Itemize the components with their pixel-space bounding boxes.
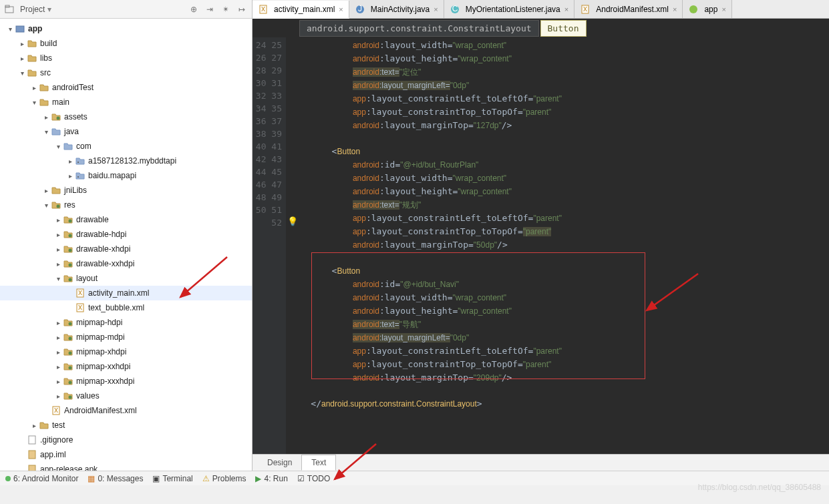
todo-icon: ☑ — [297, 474, 305, 483]
chevron-right-icon[interactable]: ▸ — [53, 363, 63, 370]
terminal-icon: ▣ — [152, 474, 160, 483]
afolder-icon — [63, 229, 73, 240]
xml-icon: x — [580, 4, 591, 15]
tree-item-a1587128132-mybddtapi[interactable]: ▸a1587128132.mybddtapi — [0, 154, 252, 168]
tree-item-app-iml[interactable]: ·app.iml — [0, 447, 252, 462]
xml-icon: x — [258, 4, 269, 15]
chevron-right-icon[interactable]: ▸ — [17, 55, 27, 62]
code-content[interactable]: android:layout_width="wrap_content" andr… — [286, 37, 829, 454]
chevron-down-icon[interactable]: ▾ — [5, 25, 15, 33]
tree-item-drawable-hdpi[interactable]: ▸drawable-hdpi — [0, 227, 252, 242]
terminal-tool[interactable]: ▣Terminal — [152, 474, 192, 483]
tree-item-assets[interactable]: ▸assets — [0, 109, 252, 124]
dropdown-icon[interactable]: ▾ — [47, 5, 51, 14]
chevron-down-icon[interactable]: ▾ — [41, 128, 51, 136]
tree-label: app-release.apk — [40, 465, 98, 471]
tree-item-mipmap-xxhdpi[interactable]: ▸mipmap-xxhdpi — [0, 359, 252, 374]
scroll-from-source-icon[interactable]: ⊕ — [188, 3, 200, 15]
close-icon[interactable]: × — [564, 5, 568, 13]
tree-item-androidtest[interactable]: ▸androidTest — [0, 80, 252, 95]
chevron-right-icon[interactable]: ▸ — [29, 84, 39, 91]
tree-label: res — [64, 200, 75, 210]
chevron-down-icon[interactable]: ▾ — [41, 202, 51, 209]
android-monitor-tool[interactable]: 6: Android Monitor — [5, 474, 78, 483]
todo-tool[interactable]: ☑TODO — [297, 474, 330, 483]
editor-tab-app[interactable]: app× — [683, 0, 731, 18]
close-icon[interactable]: × — [434, 5, 438, 13]
tree-item-drawable-xxhdpi[interactable]: ▸drawable-xxhdpi — [0, 256, 252, 271]
tree-item-values[interactable]: ▸values — [0, 389, 252, 403]
tree-item-libs[interactable]: ▸libs — [0, 51, 252, 65]
tree-item-mipmap-hdpi[interactable]: ▸mipmap-hdpi — [0, 315, 252, 330]
tree-item-baidu-mapapi[interactable]: ▸baidu.mapapi — [0, 168, 252, 183]
chevron-down-icon[interactable]: ▾ — [17, 69, 27, 77]
design-tab[interactable]: Design — [258, 455, 301, 470]
chevron-down-icon[interactable]: ▾ — [29, 99, 39, 106]
svg-text:x: x — [78, 303, 82, 312]
close-icon[interactable]: × — [673, 5, 677, 13]
tree-item-java[interactable]: ▾java — [0, 124, 252, 139]
pkg-icon — [75, 170, 86, 181]
tree-item-main[interactable]: ▾main — [0, 95, 252, 109]
settings-icon[interactable]: ✴ — [220, 3, 232, 15]
breadcrumb-element[interactable]: Button — [540, 20, 587, 37]
code-editor[interactable]: 24 25 26 27 28 29 30 31 32 33 34 35 36 3… — [253, 37, 829, 454]
chevron-right-icon[interactable]: ▸ — [41, 113, 51, 121]
tree-item-mipmap-xhdpi[interactable]: ▸mipmap-xhdpi — [0, 344, 252, 359]
tree-item-layout[interactable]: ▾layout — [0, 271, 252, 286]
tree-item-build[interactable]: ▸build — [0, 36, 252, 51]
messages-tool[interactable]: ▦0: Messages — [88, 474, 143, 483]
tree-item-activity-main-xml[interactable]: ·xactivity_main.xml — [0, 286, 252, 300]
tree-item-mipmap-mdpi[interactable]: ▸mipmap-mdpi — [0, 330, 252, 344]
intention-bulb-icon[interactable]: 💡 — [287, 216, 298, 226]
tree-item-mipmap-xxxhdpi[interactable]: ▸mipmap-xxxhdpi — [0, 374, 252, 389]
folder-icon — [39, 420, 49, 431]
editor-tab-mainactivity-java[interactable]: JMainActivity.java× — [349, 0, 444, 18]
problems-tool[interactable]: ⚠Problems — [202, 474, 246, 483]
close-icon[interactable]: × — [721, 5, 725, 13]
chevron-right-icon[interactable]: ▸ — [65, 158, 75, 165]
tree-item-jnilibs[interactable]: ▸jniLibs — [0, 183, 252, 198]
tree-item-res[interactable]: ▾res — [0, 198, 252, 212]
xml-icon: x — [75, 302, 86, 313]
text-tab[interactable]: Text — [301, 455, 336, 471]
chevron-right-icon[interactable]: ▸ — [53, 260, 63, 268]
chevron-right-icon[interactable]: ▸ — [53, 319, 63, 326]
tree-item-com[interactable]: ▾com — [0, 139, 252, 154]
tree-item--gitignore[interactable]: ·.gitignore — [0, 433, 252, 447]
tree-item-drawable[interactable]: ▸drawable — [0, 212, 252, 227]
chevron-right-icon[interactable]: ▸ — [29, 422, 39, 429]
chevron-down-icon[interactable]: ▾ — [53, 275, 63, 282]
tree-item-app[interactable]: ▾app — [0, 21, 252, 36]
close-icon[interactable]: × — [339, 5, 343, 13]
chevron-right-icon[interactable]: ▸ — [53, 231, 63, 238]
tree-item-androidmanifest-xml[interactable]: ·xAndroidManifest.xml — [0, 403, 252, 418]
chevron-right-icon[interactable]: ▸ — [53, 334, 63, 341]
tree-item-app-release-apk[interactable]: ·app-release.apk — [0, 462, 252, 471]
chevron-right-icon[interactable]: ▸ — [41, 187, 51, 194]
breadcrumb-path[interactable]: android.support.constraint.ConstraintLay… — [299, 20, 539, 37]
chevron-right-icon[interactable]: ▸ — [53, 393, 63, 400]
hide-icon[interactable]: ↦ — [236, 3, 248, 15]
run-tool[interactable]: ▶4: Run — [255, 474, 287, 483]
editor-tab-androidmanifest-xml[interactable]: xAndroidManifest.xml× — [574, 0, 683, 18]
chevron-down-icon[interactable]: ▾ — [53, 143, 63, 150]
editor-tab-myorientationlistener-java[interactable]: CMyOrientationListener.java× — [444, 0, 575, 18]
chevron-right-icon[interactable]: ▸ — [53, 348, 63, 356]
chevron-right-icon[interactable]: ▸ — [53, 216, 63, 224]
tree-label: drawable — [76, 215, 109, 224]
tree-item-drawable-xhdpi[interactable]: ▸drawable-xhdpi — [0, 242, 252, 256]
tree-item-test[interactable]: ▸test — [0, 418, 252, 433]
tree-item-src[interactable]: ▾src — [0, 65, 252, 80]
tree-label: mipmap-hdpi — [76, 318, 122, 327]
chevron-right-icon[interactable]: ▸ — [65, 172, 75, 180]
collapse-icon[interactable]: ⇥ — [204, 3, 216, 15]
afolder-icon — [63, 332, 73, 342]
chevron-right-icon[interactable]: ▸ — [53, 378, 63, 385]
tree-item-text-bubble-xml[interactable]: ·xtext_bubble.xml — [0, 300, 252, 315]
editor-tab-activity-main-xml[interactable]: xactivity_main.xml× — [253, 1, 349, 19]
tree-label: mipmap-xxxhdpi — [76, 376, 134, 386]
tree-label: libs — [40, 53, 52, 63]
chevron-right-icon[interactable]: ▸ — [53, 246, 63, 253]
chevron-right-icon[interactable]: ▸ — [17, 40, 27, 47]
